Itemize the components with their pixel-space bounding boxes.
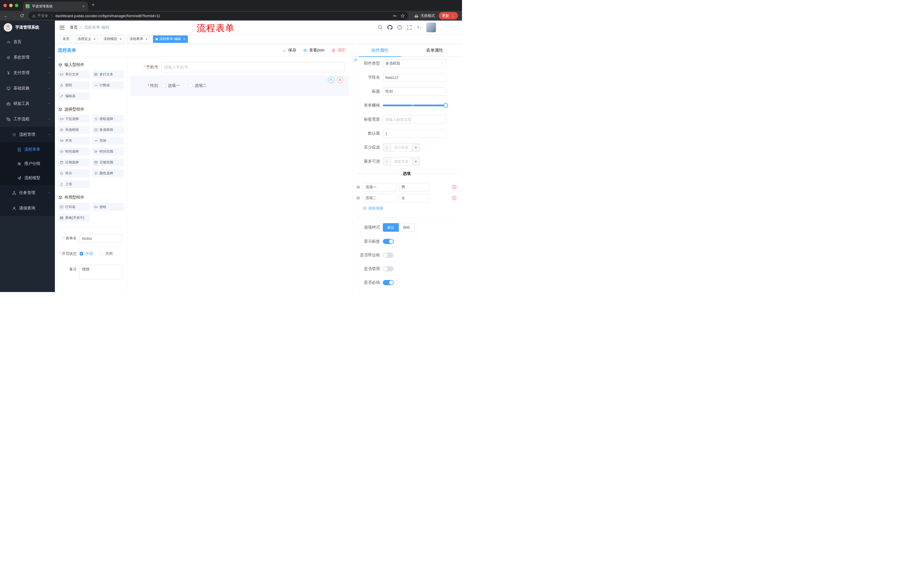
component-radio-group[interactable]: 单选框组 [58,126,90,134]
new-tab-button[interactable]: + [91,2,95,8]
maximize-window-button[interactable] [15,4,18,7]
sidebar-item-payment[interactable]: 支付管理 [0,65,55,81]
decrease-button[interactable]: - [383,143,391,151]
close-icon[interactable]: × [119,37,122,41]
back-icon[interactable]: ← [3,13,9,18]
phone-input[interactable] [162,62,345,72]
checkbox-icon[interactable] [188,84,192,88]
min-select-value[interactable]: 至少应选 [391,143,412,151]
form-canvas[interactable]: *手机号 *性别 选项一 选项二 [127,57,352,292]
drag-handle-icon[interactable] [356,196,361,200]
sidebar-item-task-management[interactable]: 任务管理 [0,185,55,201]
border-toggle[interactable] [383,253,394,258]
decrease-button[interactable]: - [383,158,391,165]
kebab-menu-icon[interactable]: ⋮ [451,14,455,18]
sidebar-item-workflow[interactable]: 工作流程 [0,112,55,127]
tag-process-definition[interactable]: 流程定义 × [75,35,98,43]
tag-process-form[interactable]: 流程表单 × [127,35,150,43]
close-icon[interactable]: × [145,37,147,41]
slider-track[interactable] [383,105,446,106]
search-icon[interactable] [378,25,383,30]
field-name-input[interactable] [383,73,446,82]
browser-tab[interactable]: 芋道管理系统 × [23,2,88,11]
component-button[interactable]: 按钮 [92,203,124,211]
canvas-field-gender-selected[interactable]: *性别 选项一 选项二 [130,76,349,96]
show-label-toggle[interactable] [383,239,394,244]
component-slider[interactable]: 滑块 [92,137,124,145]
component-password[interactable]: 密码 [58,81,90,89]
component-checkbox-group[interactable]: 多选框组 [92,126,124,134]
sidebar-item-infrastructure[interactable]: 基础设施 [0,81,55,96]
github-icon[interactable] [388,25,393,30]
disabled-toggle[interactable] [383,266,394,271]
component-upload[interactable]: 上传 [58,180,90,188]
component-color-picker[interactable]: 颜色选择 [92,169,124,177]
component-time-range[interactable]: 时间范围 [92,147,124,155]
gender-option-2[interactable]: 选项二 [188,83,207,88]
tag-process-model[interactable]: 流程模型 × [101,35,124,43]
tag-process-form-edit[interactable]: 流程表单-编辑 × [153,35,188,43]
grid-slider[interactable] [383,101,446,110]
component-counter[interactable]: 计数器 [92,81,124,89]
component-date-picker[interactable]: 日期选择 [58,158,90,166]
hamburger-icon[interactable] [59,26,64,30]
sidebar-item-process-form[interactable]: 流程表单 [0,142,55,156]
sidebar-item-leave-query[interactable]: 请假查询 [0,201,55,216]
component-editor[interactable]: 编辑器 [58,92,90,100]
title-input[interactable] [383,87,446,96]
link-icon[interactable] [353,58,358,62]
sidebar-item-process-management[interactable]: 流程管理 [0,127,55,142]
component-select[interactable]: 下拉选择 [58,115,90,123]
option-value-input[interactable] [399,183,429,191]
tag-home[interactable]: 首页 [60,35,72,43]
gender-option-1[interactable]: 选项一 [162,83,180,88]
required-toggle[interactable] [383,280,394,285]
default-value-input[interactable] [383,129,446,138]
component-cascader[interactable]: 级联选择 [92,115,124,123]
tab-form-props[interactable]: 表单属性 [408,44,462,57]
delete-field-button[interactable] [337,77,343,83]
bookmark-star-icon[interactable] [401,14,405,18]
add-option-button[interactable]: 添加选项 [363,206,457,211]
max-select-value[interactable]: 最多可选 [391,158,412,165]
clear-button[interactable]: 清空 [332,48,345,53]
slider-handle[interactable] [444,103,448,108]
option-value-input[interactable] [399,194,429,202]
view-json-button[interactable]: 查看json [303,48,325,53]
drag-handle-icon[interactable] [356,185,361,189]
tab-close-icon[interactable]: × [82,4,85,8]
sidebar-item-user-group[interactable]: 用户分组 [0,156,55,171]
font-size-icon[interactable] [417,25,422,30]
status-radio-off[interactable]: 关闭 [99,251,113,256]
option-label-input[interactable] [363,194,396,202]
component-table[interactable]: 表格[开发中] [58,214,90,222]
component-multi-line-text[interactable]: 多行文本 [92,70,124,78]
address-bar[interactable]: 不安全 | dashboard.yudao.iocoder.cn/bpm/man… [29,12,408,20]
minimize-window-button[interactable] [9,4,13,7]
save-button[interactable]: 保存 [282,48,296,53]
reload-icon[interactable] [20,13,24,18]
tab-component-props[interactable]: 组件属性 [353,44,408,57]
component-type-value[interactable] [383,59,446,68]
breadcrumb-home[interactable]: 首页 [70,25,78,30]
increase-button[interactable]: + [412,158,420,165]
sidebar-item-system[interactable]: 系统管理 [0,50,55,65]
update-button[interactable]: 更新 ⋮ [439,12,458,20]
component-time-picker[interactable]: 时间选择 [58,147,90,155]
style-default-button[interactable]: 默认 [383,223,399,232]
component-single-line-text[interactable]: 单行文本 [58,70,90,78]
style-button-button[interactable]: 按钮 [399,223,414,232]
label-width-input[interactable] [383,115,446,124]
checkbox-icon[interactable] [162,84,165,88]
help-icon[interactable] [397,25,402,30]
option-label-input[interactable] [363,183,396,191]
increase-button[interactable]: + [412,143,420,151]
remove-option-icon[interactable] [452,184,457,190]
sidebar-item-devtools[interactable]: 研发工具 [0,96,55,112]
component-switch[interactable]: 开关 [58,137,90,145]
component-rate[interactable]: 评分 [58,169,90,177]
fullscreen-icon[interactable] [407,25,412,30]
form-remark-textarea[interactable]: 嘿嘿 [79,265,122,280]
canvas-field-phone[interactable]: *手机号 [130,62,349,72]
form-name-input[interactable] [79,234,122,243]
